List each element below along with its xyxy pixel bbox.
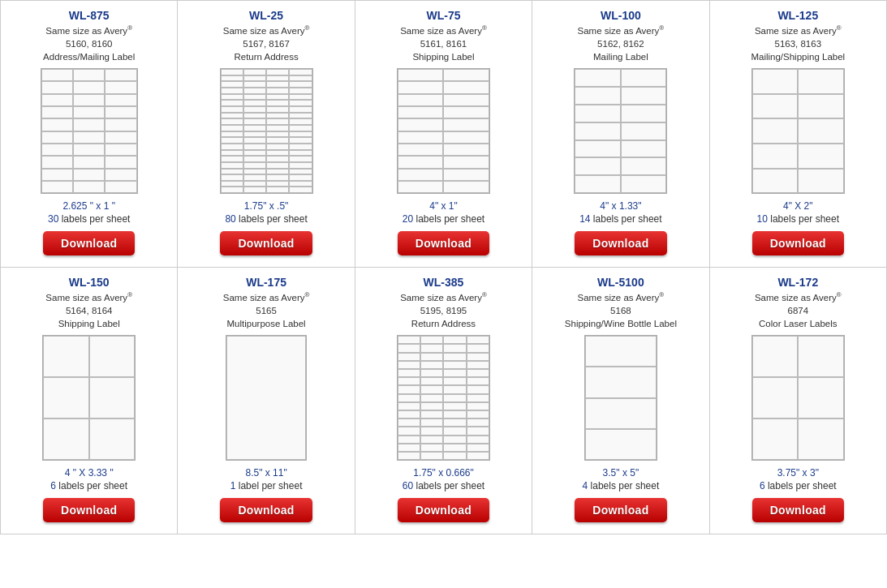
card-count-wl-175: 1 label per sheet bbox=[230, 480, 303, 491]
label-cell bbox=[621, 157, 667, 175]
label-cell bbox=[243, 113, 266, 119]
card-count-wl-5100: 4 labels per sheet bbox=[583, 480, 660, 491]
label-cell bbox=[752, 144, 799, 169]
card-avery-wl-100: Same size as Avery®5162, 8162Mailing Lab… bbox=[578, 24, 665, 63]
label-cell bbox=[221, 75, 243, 82]
label-cell bbox=[289, 137, 312, 144]
label-cell bbox=[467, 361, 489, 369]
download-button-wl-150[interactable]: Download bbox=[43, 498, 135, 522]
card-title-wl-75: WL-75 bbox=[426, 9, 460, 22]
download-button-wl-25[interactable]: Download bbox=[220, 231, 312, 255]
label-cell bbox=[243, 69, 266, 75]
label-cell bbox=[420, 452, 443, 460]
label-card-wl-75: WL-75Same size as Avery®5161, 8161Shippi… bbox=[355, 1, 532, 268]
label-cell bbox=[221, 100, 243, 106]
label-cell bbox=[798, 169, 844, 194]
label-cell bbox=[621, 87, 667, 105]
label-cell bbox=[467, 418, 489, 427]
label-cell bbox=[289, 81, 312, 88]
download-button-wl-175[interactable]: Download bbox=[220, 498, 312, 522]
label-cell bbox=[398, 144, 444, 156]
label-cell bbox=[575, 157, 621, 175]
label-cell bbox=[289, 113, 312, 119]
label-cell bbox=[398, 69, 444, 81]
label-cell bbox=[221, 187, 243, 193]
label-cell bbox=[41, 181, 73, 193]
label-cell bbox=[467, 369, 489, 377]
download-button-wl-875[interactable]: Download bbox=[43, 231, 135, 255]
card-size-wl-175: 8.5" x 11" bbox=[245, 467, 286, 479]
label-cell bbox=[243, 100, 266, 106]
label-cell bbox=[398, 394, 420, 402]
label-cell bbox=[221, 144, 243, 150]
label-cell bbox=[41, 131, 73, 144]
label-cell bbox=[289, 100, 312, 106]
label-cell bbox=[73, 169, 105, 181]
label-card-wl-172: WL-172Same size as Avery®6874Color Laser… bbox=[710, 268, 887, 534]
label-cell bbox=[221, 174, 243, 181]
download-button-wl-75[interactable]: Download bbox=[398, 231, 489, 255]
label-cell bbox=[266, 100, 289, 106]
label-cell bbox=[289, 131, 312, 138]
label-cell bbox=[752, 118, 799, 144]
download-button-wl-385[interactable]: Download bbox=[398, 498, 489, 522]
download-button-wl-5100[interactable]: Download bbox=[575, 498, 666, 522]
label-cell bbox=[575, 69, 621, 87]
label-cell bbox=[467, 436, 489, 444]
label-cell bbox=[443, 336, 466, 344]
label-preview-wl-150 bbox=[42, 335, 136, 461]
label-cell bbox=[226, 336, 306, 460]
label-cell bbox=[243, 75, 266, 82]
label-cell bbox=[621, 175, 667, 193]
label-cell bbox=[41, 69, 73, 81]
label-cell bbox=[398, 418, 420, 427]
label-cell bbox=[420, 336, 443, 344]
label-cell bbox=[221, 156, 243, 162]
download-button-wl-125[interactable]: Download bbox=[752, 231, 844, 255]
label-cell bbox=[105, 94, 136, 106]
download-button-wl-172[interactable]: Download bbox=[752, 498, 844, 522]
label-cell bbox=[398, 436, 420, 444]
label-cell bbox=[575, 122, 621, 140]
card-avery-wl-875: Same size as Avery®5160, 8160Address/Mai… bbox=[43, 24, 135, 63]
label-cell bbox=[73, 131, 105, 144]
label-cell bbox=[221, 137, 243, 144]
card-avery-wl-385: Same size as Avery®5195, 8195Return Addr… bbox=[400, 290, 487, 330]
label-cell bbox=[398, 452, 420, 460]
label-cell bbox=[443, 394, 466, 402]
label-cell bbox=[621, 69, 667, 87]
label-cell bbox=[221, 69, 243, 75]
label-cell bbox=[73, 181, 105, 193]
label-cell bbox=[798, 418, 844, 460]
label-cell bbox=[467, 385, 489, 393]
label-cell bbox=[467, 410, 489, 418]
label-cell bbox=[467, 377, 489, 385]
label-cell bbox=[289, 174, 312, 181]
label-cell bbox=[798, 118, 844, 144]
label-cell bbox=[43, 336, 89, 377]
label-cell bbox=[243, 181, 266, 187]
label-cell bbox=[243, 174, 266, 181]
label-cell bbox=[420, 369, 443, 377]
label-cell bbox=[798, 69, 844, 94]
label-cell bbox=[105, 156, 136, 168]
label-cell bbox=[289, 69, 312, 75]
label-cell bbox=[73, 81, 105, 93]
card-avery-wl-175: Same size as Avery®5165Multipurpose Labe… bbox=[223, 290, 310, 330]
label-cell bbox=[798, 144, 844, 169]
label-cell bbox=[467, 344, 489, 352]
label-cell bbox=[420, 385, 443, 393]
label-cell bbox=[798, 94, 844, 119]
label-cell bbox=[266, 169, 289, 175]
label-cell bbox=[266, 113, 289, 119]
card-avery-wl-75: Same size as Avery®5161, 8161Shipping La… bbox=[400, 24, 487, 63]
label-cell bbox=[289, 94, 312, 101]
label-cell bbox=[266, 69, 289, 75]
label-cell bbox=[443, 156, 489, 168]
label-cell bbox=[398, 444, 420, 452]
card-size-wl-5100: 3.5" x 5" bbox=[603, 467, 639, 479]
download-button-wl-100[interactable]: Download bbox=[575, 231, 666, 255]
card-title-wl-175: WL-175 bbox=[246, 276, 286, 289]
label-cell bbox=[752, 336, 799, 377]
label-cell bbox=[266, 118, 289, 125]
